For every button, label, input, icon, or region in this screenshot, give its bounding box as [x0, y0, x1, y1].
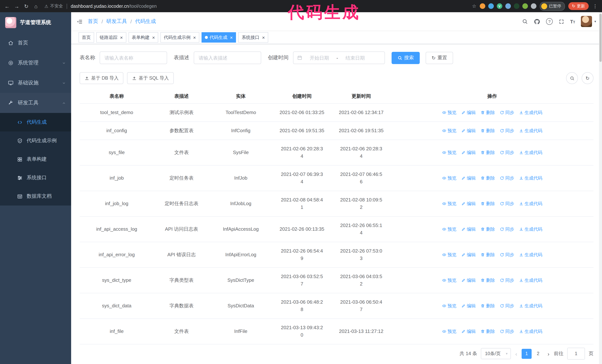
- tab-系统接口[interactable]: 系统接口×: [238, 32, 268, 42]
- avatar-caret-icon[interactable]: ▾: [594, 20, 596, 23]
- edit-link[interactable]: 编辑: [461, 149, 476, 156]
- edit-link[interactable]: 编辑: [461, 251, 476, 259]
- puzzle-extension-icon[interactable]: [531, 3, 537, 9]
- tab-表单构建[interactable]: 表单构建×: [128, 32, 158, 42]
- help-icon[interactable]: ?: [546, 18, 553, 25]
- breadcrumb-item[interactable]: 研发工具: [106, 18, 127, 25]
- preview-link[interactable]: 预览: [442, 277, 456, 284]
- preview-link[interactable]: 预览: [442, 251, 456, 259]
- user-avatar[interactable]: [581, 16, 592, 27]
- sync-link[interactable]: 同步: [500, 109, 514, 116]
- edit-link[interactable]: 编辑: [461, 226, 476, 233]
- security-indicator[interactable]: ⚠ 不安全: [44, 3, 63, 9]
- search-icon[interactable]: [522, 19, 528, 24]
- delete-link[interactable]: 删除: [481, 302, 495, 310]
- sidebar-item-dev-tools[interactable]: 研发工具: [0, 93, 71, 113]
- sidebar-subitem-codegen-demo[interactable]: 代码生成示例: [0, 131, 71, 150]
- preview-link[interactable]: 预览: [442, 328, 456, 335]
- delete-link[interactable]: 删除: [481, 277, 495, 284]
- prev-page-icon[interactable]: ‹: [515, 351, 518, 357]
- import-db-button[interactable]: 基于 DB 导入: [80, 72, 124, 84]
- delete-link[interactable]: 删除: [481, 127, 495, 135]
- edit-link[interactable]: 编辑: [461, 174, 476, 182]
- users-extension-icon[interactable]: [505, 3, 511, 9]
- tab-close-icon[interactable]: ×: [230, 35, 233, 40]
- preview-link[interactable]: 预览: [442, 149, 456, 156]
- scrollbar-track[interactable]: [599, 12, 602, 364]
- address-bar[interactable]: dashboard.yudao.iocoder.cn/tool/codegen: [71, 3, 157, 9]
- sync-link[interactable]: 同步: [500, 328, 514, 335]
- sidebar-subitem-api[interactable]: 系统接口: [0, 168, 71, 187]
- sync-link[interactable]: 同步: [500, 302, 514, 310]
- refresh-icon[interactable]: ↻: [582, 72, 593, 84]
- end-date-input[interactable]: [340, 55, 371, 61]
- sidebar-item-infra[interactable]: 基础设施: [0, 73, 71, 93]
- page-number-2[interactable]: 2: [533, 349, 543, 359]
- generate-code-link[interactable]: 生成代码: [519, 302, 542, 310]
- search-button[interactable]: 搜索: [392, 52, 420, 64]
- dark-extension-icon[interactable]: [514, 3, 519, 9]
- delete-link[interactable]: 删除: [481, 328, 495, 335]
- font-size-icon[interactable]: TT: [570, 19, 575, 24]
- delete-link[interactable]: 删除: [481, 109, 495, 116]
- back-icon[interactable]: ←: [2, 3, 12, 9]
- preview-link[interactable]: 预览: [442, 127, 456, 135]
- hamburger-icon[interactable]: [76, 18, 83, 25]
- breadcrumb-item[interactable]: 代码生成: [135, 18, 156, 25]
- forward-icon[interactable]: →: [12, 3, 22, 9]
- sync-link[interactable]: 同步: [500, 149, 514, 156]
- generate-code-link[interactable]: 生成代码: [519, 200, 542, 207]
- page-number-1[interactable]: 1: [522, 349, 532, 359]
- leaf-extension-icon[interactable]: [522, 3, 528, 9]
- tab-代码生成[interactable]: 代码生成×: [202, 32, 236, 42]
- edit-link[interactable]: 编辑: [461, 302, 476, 310]
- tab-链路追踪[interactable]: 链路追踪×: [96, 32, 126, 42]
- delete-link[interactable]: 删除: [481, 149, 495, 156]
- date-range-picker[interactable]: -: [293, 52, 385, 64]
- preview-link[interactable]: 预览: [442, 200, 456, 207]
- delete-link[interactable]: 删除: [481, 226, 495, 233]
- edit-link[interactable]: 编辑: [461, 200, 476, 207]
- browser-home-icon[interactable]: ⌂: [31, 3, 41, 9]
- delete-link[interactable]: 删除: [481, 251, 495, 259]
- sync-link[interactable]: 同步: [500, 174, 514, 182]
- browser-menu-icon[interactable]: ⋮: [593, 3, 598, 9]
- edit-link[interactable]: 编辑: [461, 109, 476, 116]
- sync-link[interactable]: 同步: [500, 200, 514, 207]
- preview-link[interactable]: 预览: [442, 174, 456, 182]
- tab-代码生成示例[interactable]: 代码生成示例×: [161, 32, 199, 42]
- next-page-icon[interactable]: ›: [547, 351, 550, 357]
- tab-close-icon[interactable]: ×: [120, 35, 123, 40]
- edit-link[interactable]: 编辑: [461, 277, 476, 284]
- github-icon[interactable]: [534, 18, 540, 25]
- sync-link[interactable]: 同步: [500, 277, 514, 284]
- tab-close-icon[interactable]: ×: [262, 35, 265, 40]
- import-sql-button[interactable]: 基于 SQL 导入: [127, 72, 174, 84]
- sidebar-item-home[interactable]: 首页: [0, 33, 71, 53]
- generate-code-link[interactable]: 生成代码: [519, 127, 542, 135]
- generate-code-link[interactable]: 生成代码: [519, 277, 542, 284]
- sidebar-item-system[interactable]: 系统管理: [0, 53, 71, 73]
- delete-link[interactable]: 删除: [481, 200, 495, 207]
- generate-code-link[interactable]: 生成代码: [519, 226, 542, 233]
- paused-profile-chip[interactable]: 已暂停: [540, 2, 565, 10]
- generate-code-link[interactable]: 生成代码: [519, 174, 542, 182]
- generate-code-link[interactable]: 生成代码: [519, 251, 542, 259]
- table-name-input[interactable]: [100, 52, 167, 64]
- toggle-search-icon[interactable]: [566, 72, 578, 84]
- reset-button[interactable]: ↻ 重置: [426, 52, 453, 64]
- start-date-input[interactable]: [304, 55, 335, 61]
- sidebar-subitem-codegen[interactable]: 代码生成: [0, 113, 71, 131]
- preview-link[interactable]: 预览: [442, 302, 456, 310]
- generate-code-link[interactable]: 生成代码: [519, 328, 542, 335]
- delete-link[interactable]: 删除: [481, 174, 495, 182]
- tab-首页[interactable]: 首页: [78, 32, 94, 42]
- breadcrumb-item[interactable]: 首页: [88, 18, 98, 25]
- page-size-select[interactable]: 10条/页 ▾: [481, 348, 511, 359]
- sidebar-subitem-db-doc[interactable]: 数据库文档: [0, 187, 71, 206]
- vue-devtools-icon[interactable]: V: [497, 3, 502, 9]
- edit-link[interactable]: 编辑: [461, 127, 476, 135]
- reload-icon[interactable]: ↻: [22, 3, 31, 9]
- scrollbar-thumb[interactable]: [599, 14, 602, 62]
- tab-close-icon[interactable]: ×: [193, 35, 196, 40]
